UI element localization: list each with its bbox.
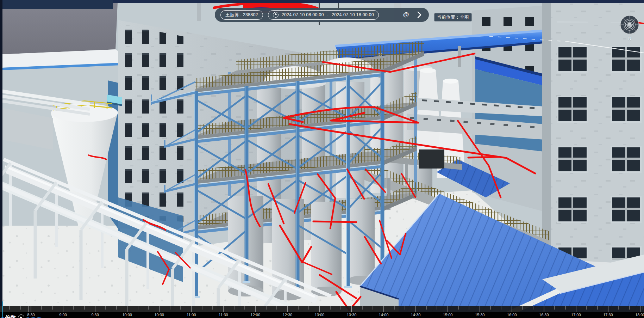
timeline-tick-label: 10:30 — [154, 313, 164, 317]
timeline-tick-label: 11:30 — [219, 313, 228, 317]
timeline-tick-label: 14:30 — [411, 313, 421, 317]
time-separator: - — [327, 12, 329, 17]
current-location-label: 当前位置：全图 — [437, 14, 469, 20]
timeline-tick-label: 9:30 — [91, 313, 99, 317]
timeline-tick-label: 14:00 — [379, 313, 389, 317]
globe-icon — [627, 22, 632, 27]
right-building — [542, 0, 644, 282]
timeline-tick-label: 11:00 — [187, 313, 196, 317]
timeline-playhead[interactable] — [2, 301, 3, 318]
locate-icon[interactable]: @ — [401, 10, 411, 19]
left-roof-structure — [2, 3, 124, 70]
clock-icon — [273, 12, 279, 18]
timeline-tick-label: 13:30 — [347, 313, 357, 317]
app-window: 王振博 - 238802 2024-07-10 08:00:00 - 2024-… — [0, 0, 644, 318]
playback-controls: 倍数 ▶ — [5, 314, 26, 318]
timeline-tick-label: 10:00 — [122, 313, 132, 317]
scene-3d-viewport[interactable] — [0, 0, 644, 318]
toolbar: 王振博 - 238802 2024-07-10 08:00:00 - 2024-… — [215, 8, 429, 22]
time-end: 2024-07-10 18:00:00 — [332, 12, 374, 17]
timeline-tick-label: 15:00 — [443, 313, 453, 317]
timeline-tick-label: 15:30 — [475, 313, 485, 317]
speed-multiplier-control[interactable]: 倍数 — [5, 314, 16, 318]
timeline-labels: 8:309:009:3010:0010:3011:0011:3012:0012:… — [0, 312, 644, 318]
timeline-tickbar[interactable] — [0, 306, 644, 312]
time-range-picker[interactable]: 2024-07-10 08:00:00 - 2024-07-10 18:00:0… — [268, 10, 379, 20]
next-step-button[interactable] — [415, 10, 423, 19]
timeline-tick-label: 12:30 — [283, 313, 293, 317]
timeline-scrubber[interactable]: 8:309:009:3010:0010:3011:0011:3012:0012:… — [0, 306, 644, 318]
person-label: 王振博 - 238802 — [225, 12, 258, 18]
compass-north-label: N — [628, 36, 631, 41]
timeline-tick-label: 13:00 — [315, 313, 325, 317]
timeline-major-ticks — [0, 306, 644, 312]
timeline-tick-label: 16:00 — [507, 313, 517, 317]
play-icon[interactable]: ▶ — [18, 314, 24, 318]
current-location-badge: 当前位置：全图 — [434, 13, 472, 22]
compass-gizmo[interactable]: N — [618, 15, 641, 42]
time-start: 2024-07-10 08:00:00 — [282, 12, 324, 17]
timeline-tick-label: 17:30 — [603, 313, 613, 317]
timeline-tick-label: 17:00 — [571, 313, 581, 317]
timeline-tick-label: 18:00 — [635, 313, 644, 317]
person-select[interactable]: 王振博 - 238802 — [220, 10, 263, 20]
timeline-tick-label: 12:00 — [251, 313, 261, 317]
timeline-tick-label: 16:30 — [539, 313, 549, 317]
timeline-tick-label: 9:00 — [59, 313, 67, 317]
